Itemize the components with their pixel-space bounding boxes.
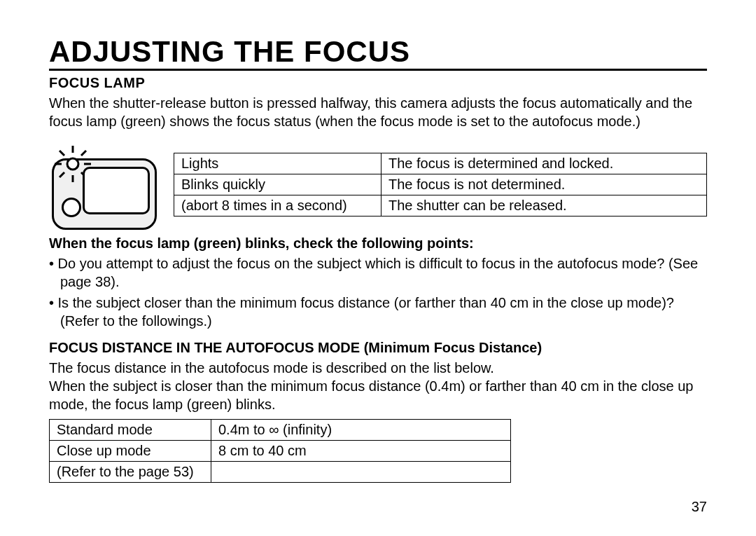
lcd-screen-icon <box>83 167 150 214</box>
cell-blinks: Blinks quickly <box>174 174 382 195</box>
table-row: (abort 8 times in a second) The shutter … <box>174 195 707 217</box>
page-title: ADJUSTING THE FOCUS <box>49 35 707 71</box>
camera-back-icon <box>49 146 160 230</box>
cell-ref-empty <box>211 462 511 483</box>
section-body-focus-distance: The focus distance in the autofocus mode… <box>49 359 707 413</box>
cell-abort: (abort 8 times in a second) <box>174 195 382 217</box>
svg-line-4 <box>59 151 64 156</box>
cell-lights: Lights <box>174 153 382 174</box>
cell-ref: (Refer to the page 53) <box>50 462 211 483</box>
table-row: Blinks quickly The focus is not determin… <box>174 174 707 195</box>
section-heading-focus-distance: FOCUS DISTANCE IN THE AUTOFOCUS MODE (Mi… <box>49 340 707 356</box>
table-row: (Refer to the page 53) <box>50 462 511 483</box>
svg-line-7 <box>59 172 64 177</box>
cell-closeup: Close up mode <box>50 441 211 462</box>
cell-abort-desc: The shutter can be released. <box>382 195 707 217</box>
section-body-focus-lamp: When the shutter-release button is press… <box>49 94 707 130</box>
page-number: 37 <box>692 499 707 515</box>
cell-lights-desc: The focus is determined and locked. <box>382 153 707 174</box>
svg-line-6 <box>81 151 86 156</box>
manual-page: ADJUSTING THE FOCUS FOCUS LAMP When the … <box>0 0 756 536</box>
table-row: Lights The focus is determined and locke… <box>174 153 707 174</box>
check-points-heading: When the focus lamp (green) blinks, chec… <box>49 235 707 252</box>
focus-distance-table: Standard mode 0.4m to ∞ (infinity) Close… <box>49 419 511 483</box>
list-item: Do you attempt to adjust the focus on th… <box>49 254 707 291</box>
table-row: Standard mode 0.4m to ∞ (infinity) <box>50 420 511 441</box>
lamp-row: Lights The focus is determined and locke… <box>49 146 707 230</box>
check-points-list: Do you attempt to adjust the focus on th… <box>49 254 707 330</box>
focus-lamp-status-table: Lights The focus is determined and locke… <box>174 153 707 217</box>
list-item: Is the subject closer than the minimum f… <box>49 294 707 330</box>
cell-standard-range: 0.4m to ∞ (infinity) <box>211 420 511 441</box>
section-heading-focus-lamp: FOCUS LAMP <box>49 75 707 91</box>
cell-blinks-desc: The focus is not determined. <box>382 174 707 195</box>
cell-closeup-range: 8 cm to 40 cm <box>211 441 511 462</box>
table-row: Close up mode 8 cm to 40 cm <box>50 441 511 462</box>
svg-point-8 <box>67 158 78 170</box>
cell-standard: Standard mode <box>50 420 211 441</box>
lamp-indicator-icon <box>62 198 81 217</box>
